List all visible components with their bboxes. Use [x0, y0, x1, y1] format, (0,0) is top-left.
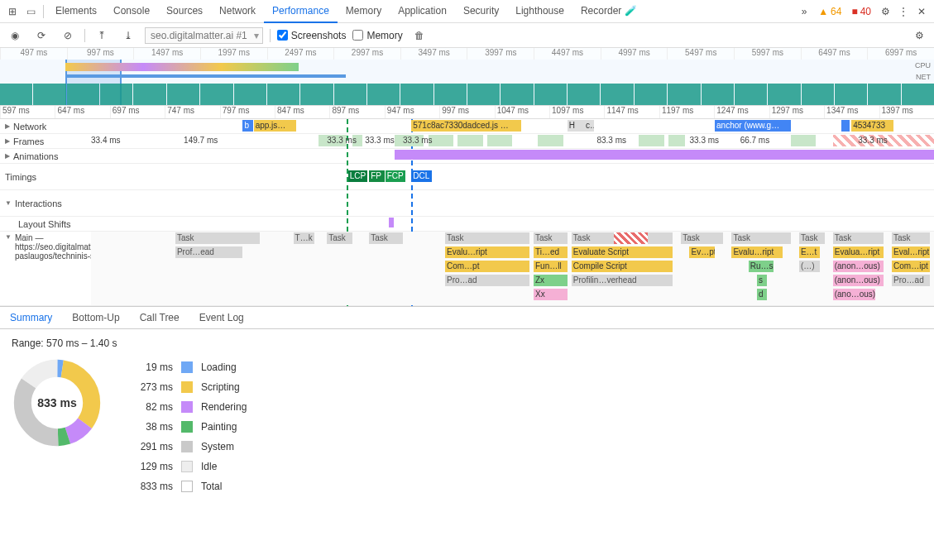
flame-bar[interactable]: (anon…ous) [833, 261, 884, 272]
flame-bar[interactable]: Eval…ript [892, 246, 930, 258]
panel-tab-performance[interactable]: Performance [264, 0, 338, 23]
layout-shifts-track[interactable]: Layout Shifts [0, 217, 934, 232]
flame-bar[interactable] [668, 135, 685, 146]
flame-bar[interactable]: Task [369, 232, 403, 244]
details-tabs: SummaryBottom-UpCall TreeEvent Log [0, 306, 934, 329]
flame-bar[interactable]: s [757, 275, 767, 286]
main-thread-track[interactable]: ▼Main — https://seo.digitalmatter.ai/lt/… [0, 232, 934, 306]
load-profile-icon[interactable]: ⤒ [92, 26, 112, 45]
panel-tab-recorder[interactable]: Recorder 🧪 [572, 0, 645, 23]
garbage-collect-icon[interactable]: 🗑 [410, 26, 429, 45]
animations-track[interactable]: ▶Animations [0, 149, 934, 164]
flame-bar[interactable]: Task [833, 232, 884, 244]
save-profile-icon[interactable]: ⤓ [118, 26, 138, 45]
errors-badge[interactable]: ■ 40 [851, 6, 871, 17]
flame-bar[interactable]: FP [369, 170, 384, 182]
flame-bar[interactable]: Pro…ad [445, 275, 529, 286]
flame-bar[interactable]: Ru…s [749, 261, 774, 272]
panel-tab-console[interactable]: Console [105, 0, 158, 23]
flame-bar[interactable]: Ti…ed [534, 246, 568, 258]
flame-bar[interactable] [395, 150, 934, 160]
flame-bar[interactable]: (anon…ous) [833, 275, 884, 286]
flame-bar[interactable]: Evalua…ript [833, 246, 884, 258]
flame-bar[interactable]: H [568, 120, 584, 132]
recording-select[interactable]: seo.digitalmatter.ai #1 [145, 27, 263, 44]
warnings-badge[interactable]: ▲ 64 [818, 6, 841, 17]
flame-bar[interactable]: Task [892, 232, 930, 244]
network-track[interactable]: ▶Network bapp.js…571c8ac7330dadced.js …H… [0, 119, 934, 134]
flame-bar[interactable]: Xx [534, 289, 568, 300]
more-tabs-icon[interactable]: » [795, 2, 813, 21]
details-tab-summary[interactable]: Summary [0, 307, 62, 328]
flame-bar[interactable]: Profilin…verhead [572, 275, 673, 286]
kebab-menu-icon[interactable]: ⋮ [894, 2, 912, 21]
panel-tab-security[interactable]: Security [455, 0, 507, 23]
flame-bar[interactable] [791, 135, 817, 146]
flame-bar[interactable]: 571c8ac7330dadced.js … [411, 120, 520, 132]
flame-bar[interactable] [389, 218, 394, 227]
timings-track[interactable]: Timings LCPFPFCPDCL [0, 164, 934, 190]
overview-timeline[interactable]: 497 ms997 ms1497 ms1997 ms2497 ms2997 ms… [0, 48, 934, 106]
flame-bar[interactable]: Ev…pt [689, 246, 715, 258]
flame-bar[interactable] [487, 135, 513, 146]
interactions-track[interactable]: ▼Interactions [0, 190, 934, 217]
filmstrip [0, 84, 934, 105]
flame-bar[interactable]: Fun…ll [534, 261, 568, 272]
flame-bar[interactable] [639, 135, 664, 146]
panel-tab-elements[interactable]: Elements [47, 0, 105, 23]
flame-bar[interactable]: (…) [799, 261, 820, 272]
panel-tab-memory[interactable]: Memory [338, 0, 390, 23]
details-tab-eventlog[interactable]: Event Log [189, 307, 254, 328]
inspect-icon[interactable]: ⊞ [3, 2, 22, 21]
flame-bar[interactable]: Task [799, 232, 825, 244]
flame-bar[interactable]: c… [584, 120, 594, 132]
flame-bar[interactable]: T…k [294, 232, 314, 244]
flame-bar[interactable]: Com…ipt [892, 261, 930, 272]
flame-bar[interactable]: DCL [411, 170, 431, 182]
flame-bar[interactable]: Evalu…ript [731, 246, 782, 258]
reload-record-button[interactable]: ⟳ [31, 26, 51, 45]
flame-bar[interactable]: Com…pt [445, 261, 529, 272]
flame-bar[interactable]: app.js… [254, 120, 296, 132]
summary-range: Range: 570 ms – 1.40 s [12, 337, 922, 349]
flame-bar[interactable]: Task [681, 232, 723, 244]
panel-tab-network[interactable]: Network [211, 0, 264, 23]
flame-bar[interactable]: Prof…ead [175, 246, 243, 258]
flame-bar[interactable]: Task [327, 232, 352, 244]
flame-bar[interactable] [841, 120, 850, 132]
details-tab-bottomup[interactable]: Bottom-Up [62, 307, 129, 328]
flame-bar[interactable]: Pro…ad [892, 275, 930, 286]
flame-bar[interactable]: b [242, 120, 252, 132]
flame-bar[interactable]: anchor (www.g… [715, 120, 791, 132]
frames-track[interactable]: ▶Frames 33.4 ms149.7 ms33.3 ms33.3 ms33.… [0, 134, 934, 149]
record-button[interactable]: ◉ [5, 26, 25, 45]
flame-bar[interactable]: Compile Script [572, 261, 673, 272]
panel-tab-lighthouse[interactable]: Lighthouse [507, 0, 572, 23]
flame-bar[interactable]: Task [731, 232, 790, 244]
screenshots-checkbox[interactable]: Screenshots [277, 30, 347, 41]
details-tab-calltree[interactable]: Call Tree [130, 307, 189, 328]
flame-bar[interactable] [614, 232, 648, 244]
flame-bar[interactable]: Evalu…ript [445, 246, 529, 258]
flame-bar[interactable]: Task [175, 232, 260, 244]
flame-bar[interactable]: Zx [534, 275, 568, 286]
flame-bar[interactable]: FCP [386, 170, 405, 182]
flame-bar[interactable]: Task [445, 232, 529, 244]
flame-bar[interactable]: LCP [348, 170, 367, 182]
clear-button[interactable]: ⊘ [58, 26, 78, 45]
close-icon[interactable]: ✕ [912, 2, 931, 21]
flame-bar[interactable]: 4534733 [851, 120, 893, 132]
capture-settings-gear-icon[interactable]: ⚙ [909, 26, 929, 45]
flame-bar[interactable] [538, 135, 563, 146]
settings-gear-icon[interactable]: ⚙ [876, 2, 894, 21]
panel-tab-sources[interactable]: Sources [158, 0, 211, 23]
device-toggle-icon[interactable]: ▭ [22, 2, 40, 21]
flame-bar[interactable]: Task [534, 232, 568, 244]
flame-bar[interactable]: d [757, 289, 767, 300]
memory-checkbox[interactable]: Memory [352, 30, 402, 41]
flame-bar[interactable]: Evaluate Script [572, 246, 673, 258]
flame-bar[interactable] [457, 135, 483, 146]
panel-tab-application[interactable]: Application [390, 0, 455, 23]
flame-bar[interactable]: (ano…ous) [833, 289, 875, 300]
flame-bar[interactable]: E…t [799, 246, 820, 258]
